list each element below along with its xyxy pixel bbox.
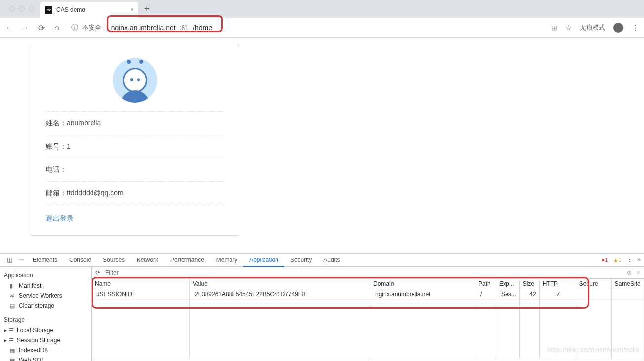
profile-account-row: 账号：1 [46, 135, 224, 158]
cookie-expires: Ses... [496, 289, 520, 300]
th-name[interactable]: Name [92, 279, 190, 289]
th-value[interactable]: Value [190, 279, 370, 289]
insecure-label: 不安全 [82, 23, 101, 32]
incognito-icon [613, 23, 623, 33]
tab-console[interactable]: Console [63, 254, 97, 267]
sidebar-header-storage: Storage [0, 314, 91, 325]
devtools-close-icon[interactable]: × [637, 257, 640, 263]
avatar-icon [113, 58, 157, 103]
device-toggle-icon[interactable]: ▭ [15, 257, 27, 263]
tab-network[interactable]: Network [131, 254, 164, 267]
forward-icon[interactable]: → [21, 23, 30, 32]
url-port: :81 [180, 24, 189, 32]
tab-favicon-icon: Pro [45, 6, 52, 14]
tab-bar: Pro CAS demo × + [0, 0, 644, 18]
home-icon[interactable]: ⌂ [52, 23, 61, 32]
browser-chrome: Pro CAS demo × + ← → ⟳ ⌂ ⓘ 不安全 | nginx.a… [0, 0, 644, 38]
th-http[interactable]: HTTP [539, 279, 576, 289]
cookie-size: 42 [519, 289, 539, 300]
minimize-window-icon[interactable] [19, 6, 25, 12]
warning-badge[interactable]: ▲1 [613, 257, 622, 263]
cookie-secure [576, 289, 611, 300]
site-info-icon[interactable]: ⓘ [71, 23, 78, 32]
name-label: 姓名： [46, 119, 67, 128]
th-domain[interactable]: Domain [370, 279, 475, 289]
cookie-samesite [611, 289, 644, 300]
refresh-icon[interactable]: ⟳ [95, 269, 100, 276]
url-path: /home [193, 24, 212, 32]
browser-tab[interactable]: Pro CAS demo × [40, 2, 138, 18]
bookmark-icon[interactable]: ☆ [565, 24, 572, 32]
devtools-sidebar: Application ▮Manifest ✲Service Workers ▤… [0, 267, 92, 361]
tab-sources[interactable]: Sources [97, 254, 131, 267]
cookie-filter-input[interactable] [105, 269, 622, 276]
tab-audits[interactable]: Audits [318, 254, 346, 267]
menu-icon[interactable]: ⋮ [631, 23, 639, 33]
tab-application[interactable]: Application [243, 254, 284, 267]
logout-row: 退出登录 [46, 205, 224, 223]
database-icon: ▦ [10, 347, 16, 354]
sidebar-item-indexeddb[interactable]: ▦IndexedDB [0, 345, 91, 355]
maximize-window-icon[interactable] [29, 6, 35, 12]
tab-performance[interactable]: Performance [164, 254, 210, 267]
clear-icon[interactable]: ⊘ [627, 269, 632, 276]
sidebar-header-application: Application [0, 270, 91, 281]
delete-icon[interactable]: × [637, 269, 640, 276]
window-controls [4, 6, 40, 12]
gear-icon: ✲ [10, 293, 16, 299]
th-size[interactable]: Size [519, 279, 539, 289]
url-input[interactable]: ⓘ 不安全 | nginx.anumbrella.net:81/home [68, 23, 545, 32]
tab-title: CAS demo [56, 6, 85, 13]
sidebar-item-session-storage[interactable]: ▸☰Session Storage [0, 335, 91, 345]
toolbar-right: ⊞ ☆ 无痕模式 ⋮ [552, 23, 639, 33]
cookie-domain: nginx.anumbrella.net [370, 289, 475, 300]
profile-phone-row: 电话： [46, 158, 224, 182]
cookie-toolbar: ⟳ ⊘ × [92, 267, 644, 279]
address-bar: ← → ⟳ ⌂ ⓘ 不安全 | nginx.anumbrella.net:81/… [0, 18, 644, 38]
translate-icon[interactable]: ⊞ [552, 24, 557, 32]
email-value: ttdddddd@qq.com [67, 189, 124, 197]
new-tab-button[interactable]: + [138, 4, 156, 14]
chevron-right-icon: ▸ [4, 337, 7, 344]
account-value: 1 [67, 142, 71, 150]
cookie-path: / [475, 289, 496, 300]
cookie-row[interactable]: JSESSIONID 2F389261A88F54545F22B5C41D774… [92, 289, 644, 300]
watermark: https://blog.csdn.net/Anumbrella [547, 346, 639, 353]
back-icon[interactable]: ← [5, 23, 14, 32]
manifest-icon: ▮ [10, 283, 16, 289]
devtools-panel: ◫ ▭ Elements Console Sources Network Per… [0, 253, 644, 361]
page-content: 姓名：anumbrella 账号：1 电话： 邮箱：ttdddddd@qq.co… [0, 38, 644, 253]
sidebar-item-clear-storage[interactable]: ▤Clear storage [0, 301, 91, 310]
cookie-value: 2F389261A88F54545F22B5C41D7749E8 [190, 289, 370, 300]
phone-label: 电话： [46, 165, 67, 174]
database-icon: ▦ [10, 357, 16, 361]
tab-elements[interactable]: Elements [27, 254, 63, 267]
storage-icon: ▤ [10, 303, 16, 309]
cookie-name: JSESSIONID [92, 289, 190, 300]
error-badge[interactable]: ●1 [602, 257, 608, 263]
profile-name-row: 姓名：anumbrella [46, 112, 224, 135]
sidebar-item-local-storage[interactable]: ▸☰Local Storage [0, 325, 91, 335]
sidebar-item-service-workers[interactable]: ✲Service Workers [0, 291, 91, 301]
th-expires[interactable]: Exp... [496, 279, 520, 289]
sidebar-item-manifest[interactable]: ▮Manifest [0, 281, 91, 291]
sidebar-item-websql[interactable]: ▦Web SQL [0, 355, 91, 361]
tab-memory[interactable]: Memory [210, 254, 243, 267]
chevron-right-icon: ▸ [4, 327, 7, 334]
close-window-icon[interactable] [9, 6, 15, 12]
tab-security[interactable]: Security [284, 254, 318, 267]
avatar-section [46, 55, 224, 112]
cookie-http: ✓ [539, 289, 576, 300]
devtools-menu-icon[interactable]: ⋮ [627, 257, 632, 263]
profile-card: 姓名：anumbrella 账号：1 电话： 邮箱：ttdddddd@qq.co… [31, 45, 239, 236]
devtools-tab-bar: ◫ ▭ Elements Console Sources Network Per… [0, 254, 644, 267]
inspect-icon[interactable]: ◫ [4, 257, 15, 263]
reload-icon[interactable]: ⟳ [37, 23, 46, 33]
th-samesite[interactable]: SameSite [611, 279, 644, 289]
account-label: 账号： [46, 142, 67, 151]
logout-link[interactable]: 退出登录 [46, 214, 74, 222]
close-tab-icon[interactable]: × [130, 6, 134, 13]
th-path[interactable]: Path [475, 279, 496, 289]
url-host: nginx.anumbrella.net [111, 24, 176, 32]
th-secure[interactable]: Secure [576, 279, 611, 289]
